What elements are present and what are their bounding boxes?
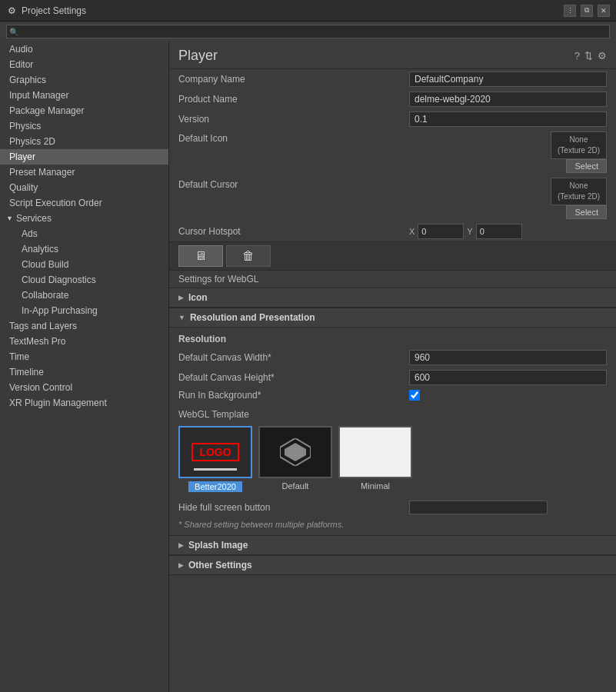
sidebar-item-graphics[interactable]: Graphics — [0, 72, 168, 88]
sidebar-item-player[interactable]: Player — [0, 149, 168, 165]
product-name-label: Product Name — [178, 94, 409, 105]
icon-section-title: Icon — [188, 292, 208, 303]
default-icon-row: Default Icon None(Texture 2D) Select — [169, 129, 616, 175]
run-in-background-label: Run In Background* — [178, 390, 403, 401]
sidebar-item-version-control[interactable]: Version Control — [0, 380, 168, 395]
resolution-section-content: Resolution Default Canvas Width* Default… — [169, 328, 616, 535]
webgl-template-title: WebGL Template — [178, 409, 607, 420]
monitor-icon: 🖥 — [195, 249, 207, 262]
template-item-minimal[interactable]: Minimal — [338, 426, 412, 492]
canvas-height-input[interactable] — [409, 370, 607, 385]
icon-section-header[interactable]: ▶ Icon — [169, 288, 616, 308]
svg-marker-1 — [285, 443, 306, 461]
sidebar-item-audio[interactable]: Audio — [0, 42, 168, 57]
services-arrow-icon: ▼ — [6, 215, 13, 222]
sidebar-item-in-app-purchasing[interactable]: In-App Purchasing — [0, 303, 168, 318]
sidebar-item-timeline[interactable]: Timeline — [0, 364, 168, 380]
cursor-hotspot-x-input[interactable] — [418, 224, 464, 239]
splash-section-header[interactable]: ▶ Splash Image — [169, 535, 616, 555]
sort-icon[interactable]: ⇅ — [584, 50, 593, 62]
logo-bar — [194, 468, 236, 471]
resolution-section-header[interactable]: ▼ Resolution and Presentation — [169, 308, 616, 328]
product-name-input[interactable] — [409, 91, 607, 107]
sidebar-item-time[interactable]: Time — [0, 349, 168, 364]
version-row: Version — [169, 109, 616, 129]
default-icon-label: Default Icon — [178, 131, 409, 144]
canvas-height-label: Default Canvas Height* — [178, 372, 409, 383]
default-icon-right: None(Texture 2D) Select — [409, 131, 607, 173]
resolution-section-arrow: ▼ — [178, 314, 185, 321]
help-icon[interactable]: ? — [574, 50, 580, 62]
canvas-width-label: Default Canvas Width* — [178, 352, 409, 363]
sidebar-item-physics-2d[interactable]: Physics 2D — [0, 134, 168, 149]
default-icon-select-button[interactable]: Select — [566, 159, 607, 173]
resolution-subtitle: Resolution — [169, 331, 616, 348]
template-thumbnail-minimal — [338, 426, 412, 478]
company-name-input[interactable] — [409, 72, 607, 87]
sidebar-item-input-manager[interactable]: Input Manager — [0, 88, 168, 103]
sidebar-item-script-execution-order[interactable]: Script Execution Order — [0, 195, 168, 211]
template-name-better2020: Better2020 — [188, 481, 242, 492]
search-input[interactable] — [6, 25, 610, 38]
logo-template-inner: LOGO — [180, 428, 251, 477]
default-cursor-label: Default Cursor — [178, 178, 409, 190]
settings-icon[interactable]: ⚙ — [598, 50, 607, 62]
hide-fullscreen-row: Hide full screen button — [169, 498, 616, 517]
sidebar-item-ads[interactable]: Ads — [0, 226, 168, 241]
sidebar-item-cloud-diagnostics[interactable]: Cloud Diagnostics — [0, 272, 168, 288]
sidebar-item-analytics[interactable]: Analytics — [0, 241, 168, 257]
sidebar-item-collaborate[interactable]: Collaborate — [0, 288, 168, 303]
search-bar-area — [0, 22, 616, 42]
default-cursor-select-button[interactable]: Select — [566, 205, 607, 219]
window-title: Project Settings — [22, 5, 564, 16]
more-options-button[interactable]: ⋮ — [564, 5, 576, 17]
template-item-better2020[interactable]: LOGO Better2020 — [178, 426, 252, 492]
webgl-template-section: WebGL Template LOGO Better2020 — [169, 403, 616, 498]
panel: Player ? ⇅ ⚙ Company Name Product Name V… — [169, 42, 616, 692]
platform-tab-other[interactable]: 🗑 — [226, 245, 271, 267]
search-wrap — [6, 25, 610, 38]
hide-fullscreen-toggle[interactable] — [409, 501, 548, 514]
resolution-section-title: Resolution and Presentation — [190, 312, 315, 323]
template-name-minimal: Minimal — [361, 481, 390, 491]
panel-header-icons: ? ⇅ ⚙ — [574, 50, 607, 62]
run-in-background-row: Run In Background* — [169, 388, 616, 403]
splash-section-title: Splash Image — [188, 540, 248, 551]
other-settings-section-title: Other Settings — [188, 560, 252, 571]
window-controls: ⋮ ⧉ ✕ — [564, 5, 610, 17]
sidebar-item-cloud-build[interactable]: Cloud Build — [0, 257, 168, 272]
sidebar: Audio Editor Graphics Input Manager Pack… — [0, 42, 169, 692]
splash-section-arrow: ▶ — [178, 541, 184, 549]
sidebar-item-physics[interactable]: Physics — [0, 118, 168, 134]
run-in-background-checkbox[interactable] — [409, 390, 420, 401]
services-label: Services — [16, 213, 52, 224]
version-input[interactable] — [409, 111, 607, 127]
template-name-default: Default — [282, 481, 309, 491]
sidebar-item-services[interactable]: ▼ Services — [0, 211, 168, 226]
template-thumbnail-better2020: LOGO — [178, 426, 252, 478]
close-button[interactable]: ✕ — [598, 5, 610, 17]
panel-title: Player — [178, 48, 218, 64]
default-cursor-row: Default Cursor None(Texture 2D) Select — [169, 175, 616, 221]
sidebar-item-preset-manager[interactable]: Preset Manager — [0, 165, 168, 180]
company-name-row: Company Name — [169, 69, 616, 89]
cursor-hotspot-y-input[interactable] — [476, 224, 522, 239]
default-cursor-texture-box: None(Texture 2D) — [551, 178, 607, 205]
sidebar-item-xr-plugin-management[interactable]: XR Plugin Management — [0, 395, 168, 411]
template-thumbnail-default — [258, 426, 332, 478]
cursor-hotspot-xy: X Y — [409, 224, 522, 239]
panel-header: Player ? ⇅ ⚙ — [169, 42, 616, 69]
sidebar-item-textmesh-pro[interactable]: TextMesh Pro — [0, 334, 168, 349]
platform-tabs: 🖥 🗑 — [169, 241, 616, 271]
canvas-width-input[interactable] — [409, 350, 607, 365]
sidebar-item-tags-and-layers[interactable]: Tags and Layers — [0, 318, 168, 334]
version-label: Version — [178, 114, 409, 125]
other-settings-section-header[interactable]: ▶ Other Settings — [169, 555, 616, 575]
sidebar-item-quality[interactable]: Quality — [0, 180, 168, 195]
sidebar-item-package-manager[interactable]: Package Manager — [0, 103, 168, 118]
template-item-default[interactable]: Default — [258, 426, 332, 492]
logo-text: LOGO — [191, 443, 238, 461]
platform-tab-webgl[interactable]: 🖥 — [178, 245, 223, 267]
maximize-button[interactable]: ⧉ — [581, 5, 593, 17]
sidebar-item-editor[interactable]: Editor — [0, 57, 168, 72]
